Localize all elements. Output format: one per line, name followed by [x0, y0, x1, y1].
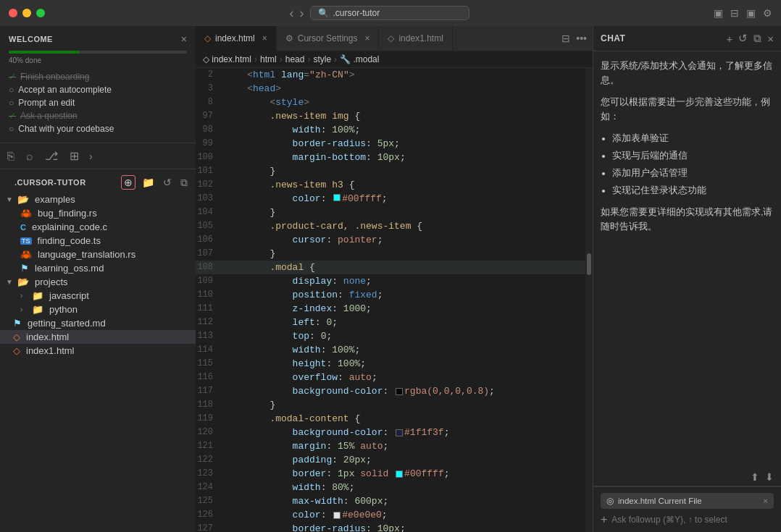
welcome-item-ask-question[interactable]: ✓ Ask a question: [9, 109, 187, 122]
layout-icon-1[interactable]: ▣: [714, 7, 723, 19]
editor-area: ◇ index.html × ⚙ Cursor Settings × ◇ ind…: [196, 26, 593, 532]
chat-add-icon[interactable]: +: [726, 33, 732, 45]
search-icon: 🔍: [318, 8, 329, 18]
sidebar-toolbar: ⎘ ⌕ ⎇ ⊞ ›: [0, 143, 196, 169]
tab-split-icon[interactable]: ⊟: [561, 33, 570, 44]
tree-folder-examples[interactable]: ▼ 📂 examples: [0, 193, 196, 206]
chat-close-icon[interactable]: ×: [767, 33, 774, 45]
breadcrumb-head[interactable]: head: [285, 54, 305, 64]
code-line: 109 display: none;: [196, 274, 585, 288]
tab-close-icon-2[interactable]: ×: [364, 33, 369, 43]
file-name-getting-started: getting_started.md: [28, 318, 106, 329]
folder-label-py: python: [49, 304, 78, 315]
sidebar-search-icon[interactable]: ⌕: [25, 148, 35, 164]
sidebar-git-icon[interactable]: ⎇: [43, 148, 59, 164]
chat-file-tag-close-icon[interactable]: ×: [763, 497, 768, 505]
welcome-item-finish-onboarding[interactable]: ✓ Finish onboarding: [9, 70, 187, 83]
welcome-item-accept-autocomplete[interactable]: ○ Accept an autocomplete: [9, 83, 187, 96]
close-button[interactable]: [9, 9, 17, 17]
chat-list-item: 实现记住登录状态功能: [612, 183, 774, 198]
sidebar-copy-icon[interactable]: ⎘: [6, 148, 16, 164]
code-line: 107 }: [196, 247, 585, 261]
breadcrumb-html[interactable]: html: [260, 54, 277, 64]
file-name: bug_finding.rs: [38, 208, 97, 219]
welcome-item-prompt-edit[interactable]: ○ Prompt an edit: [9, 96, 187, 109]
nav-back-icon[interactable]: ‹: [290, 6, 294, 21]
html-icon-2: ◇: [13, 345, 20, 356]
nav-forward-icon[interactable]: ›: [300, 6, 304, 21]
chat-expand-icon[interactable]: ⧉: [753, 32, 761, 45]
tree-file-index-html[interactable]: ◇ index.html: [0, 330, 196, 344]
chat-panel: CHAT + ↺ ⧉ × 显示系统/添加技术入会通知，了解更多信息。 您可以根据…: [593, 26, 781, 532]
chat-insert-icon[interactable]: ⬇: [765, 471, 774, 483]
tree-folder-projects[interactable]: ▼ 📂 projects: [0, 275, 196, 289]
gear-icon[interactable]: ⚙: [763, 7, 772, 19]
welcome-close-button[interactable]: ×: [181, 33, 187, 45]
tab-index-html[interactable]: ◇ index.html ×: [196, 26, 277, 51]
file-name-3: finding_code.ts: [38, 235, 101, 246]
sidebar-chevron-icon[interactable]: ›: [89, 151, 93, 162]
minimap-thumb: [587, 253, 591, 275]
minimap-scrollbar[interactable]: [585, 68, 593, 532]
chat-copy-icon[interactable]: ⬆: [751, 471, 759, 483]
chat-attach-icon[interactable]: +: [601, 513, 607, 526]
folder-label-js: javascript: [49, 290, 89, 301]
search-input[interactable]: [333, 8, 442, 18]
js-folder-arrow-icon: ›: [20, 292, 28, 300]
file-name-index1: index1.html: [26, 345, 74, 356]
code-line: 105 .product-card, .news-item {: [196, 219, 585, 233]
code-line: 99 border-radius: 5px;: [196, 137, 585, 151]
tree-root-label: .CURSOR-TUTOR: [14, 178, 86, 187]
tree-toolbar: .CURSOR-TUTOR ⊕ 📁 ↺ ⧉: [0, 172, 196, 193]
tab-html-icon-2: ◇: [388, 33, 394, 43]
tree-folder-python[interactable]: › 📁 python: [0, 303, 196, 316]
md-icon-2: ⚑: [13, 318, 22, 329]
code-line: 2 <html lang="zh-CN">: [196, 68, 585, 82]
tree-file-getting-started[interactable]: ⚑ getting_started.md: [0, 316, 196, 330]
circle-icon-3: ○: [9, 124, 14, 134]
code-editor[interactable]: 2 <html lang="zh-CN"> 3 <head> 8 <style>…: [196, 68, 585, 532]
code-line: 127 border-radius: 10px;: [196, 522, 585, 532]
ts-icon: TS: [20, 237, 32, 245]
tab-close-icon[interactable]: ×: [262, 33, 267, 43]
chat-list-item: 添加用户会话管理: [612, 166, 774, 180]
titlebar-search-bar[interactable]: 🔍: [310, 6, 469, 20]
breadcrumb-style[interactable]: style: [313, 54, 331, 64]
tree-file-explaining-code[interactable]: C explaining_code.c: [0, 220, 196, 234]
code-line: 97 .news-item img {: [196, 109, 585, 123]
new-folder-icon[interactable]: 📁: [140, 176, 156, 189]
sidebar-grid-icon[interactable]: ⊞: [68, 148, 80, 164]
file-tree: .CURSOR-TUTOR ⊕ 📁 ↺ ⧉ ▼ 📂 examples 🦀 bug…: [0, 169, 196, 532]
tree-file-bug-finding[interactable]: 🦀 bug_finding.rs: [0, 206, 196, 220]
maximize-button[interactable]: [36, 9, 45, 17]
new-file-icon[interactable]: ⊕: [121, 175, 135, 190]
chat-input[interactable]: [611, 515, 774, 525]
tab-cursor-settings[interactable]: ⚙ Cursor Settings ×: [277, 26, 380, 51]
tree-file-learning-oss[interactable]: ⚑ learning_oss.md: [0, 261, 196, 275]
tree-file-language-translation[interactable]: 🦀 language_translation.rs: [0, 248, 196, 261]
tree-file-finding-code[interactable]: TS finding_code.ts: [0, 234, 196, 248]
tree-file-index1-html[interactable]: ◇ index1.html: [0, 344, 196, 358]
breadcrumb-file[interactable]: ◇ index.html: [203, 54, 251, 64]
tab-more-icon[interactable]: •••: [576, 33, 587, 44]
code-line: 124 width: 80%;: [196, 481, 585, 494]
code-line: 115 height: 100%;: [196, 357, 585, 371]
collapse-icon[interactable]: ⧉: [178, 176, 190, 190]
code-line: 117 background-color: rgba(0,0,0,0.8);: [196, 384, 585, 398]
tab-index1-html[interactable]: ◇ index1.html: [379, 26, 452, 51]
file-icon: ◎: [606, 496, 614, 506]
code-line: 119 .modal-content {: [196, 412, 585, 426]
welcome-item-chat-codebase[interactable]: ○ Chat with your codebase: [9, 122, 187, 135]
code-line: 101 }: [196, 164, 585, 178]
breadcrumb-modal[interactable]: 🔧 .modal: [340, 54, 379, 64]
refresh-icon[interactable]: ↺: [161, 176, 174, 189]
rust-icon: 🦀: [20, 208, 32, 219]
layout-icon-2[interactable]: ⊟: [730, 7, 739, 19]
tabs-bar: ◇ index.html × ⚙ Cursor Settings × ◇ ind…: [196, 26, 593, 51]
tree-folder-javascript[interactable]: › 📁 javascript: [0, 289, 196, 303]
md-icon: ⚑: [20, 263, 29, 274]
layout-icon-3[interactable]: ▣: [746, 7, 756, 19]
chat-history-icon[interactable]: ↺: [738, 32, 748, 45]
minimize-button[interactable]: [22, 9, 31, 17]
main-layout: WELCOME × 40% done ✓ Finish onboarding ○…: [0, 26, 781, 532]
